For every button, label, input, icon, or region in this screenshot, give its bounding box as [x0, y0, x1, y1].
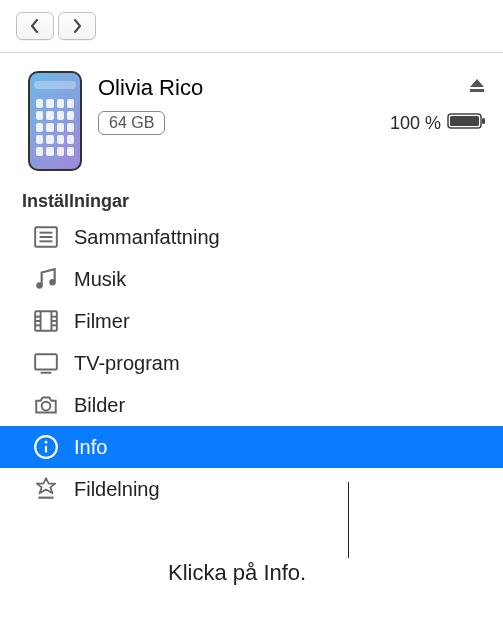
section-title: Inställningar [0, 185, 503, 216]
callout-text: Klicka på Info. [168, 560, 306, 586]
sidebar-item-label: Sammanfattning [74, 222, 220, 252]
music-icon [32, 265, 60, 293]
chevron-left-icon [29, 19, 41, 33]
capacity-badge: 64 GB [98, 111, 165, 135]
device-header: Olivia Rico 64 GB 100 % [0, 61, 503, 185]
svg-rect-3 [482, 118, 485, 124]
svg-point-8 [36, 282, 43, 289]
callout-line [348, 482, 349, 558]
eject-button[interactable] [467, 76, 487, 100]
svg-point-9 [49, 279, 56, 286]
sidebar-item-label: Info [74, 432, 107, 462]
sidebar-item-label: Filmer [74, 306, 130, 336]
sidebar-item-label: Fildelning [74, 474, 160, 504]
sidebar-item-movies[interactable]: Filmer [0, 300, 503, 342]
sidebar-item-music[interactable]: Musik [0, 258, 503, 300]
battery-percent: 100 % [390, 113, 441, 134]
sidebar-item-photos[interactable]: Bilder [0, 384, 503, 426]
sidebar-item-info[interactable]: Info [0, 426, 503, 468]
svg-rect-2 [450, 116, 479, 126]
summary-icon [32, 223, 60, 251]
svg-rect-19 [35, 354, 57, 369]
sidebar-item-tvshows[interactable]: TV-program [0, 342, 503, 384]
battery-icon [447, 111, 487, 135]
svg-rect-0 [470, 89, 484, 92]
apps-icon [32, 475, 60, 503]
sidebar-item-label: Bilder [74, 390, 125, 420]
sidebar-item-summary[interactable]: Sammanfattning [0, 216, 503, 258]
chevron-right-icon [71, 19, 83, 33]
forward-button[interactable] [58, 12, 96, 40]
camera-icon [32, 391, 60, 419]
sidebar-item-label: TV-program [74, 348, 180, 378]
nav-toolbar [0, 0, 503, 52]
sidebar-item-label: Musik [74, 264, 126, 294]
back-button[interactable] [16, 12, 54, 40]
device-name: Olivia Rico [98, 75, 203, 101]
sidebar-item-filesharing[interactable]: Fildelning [0, 468, 503, 510]
tv-icon [32, 349, 60, 377]
svg-point-24 [45, 441, 48, 444]
battery-status: 100 % [390, 111, 487, 135]
sidebar: Sammanfattning Musik Filmer TV-program B [0, 216, 503, 510]
svg-point-21 [42, 402, 51, 411]
divider [0, 52, 503, 53]
film-icon [32, 307, 60, 335]
device-thumbnail [28, 71, 82, 171]
info-icon [32, 433, 60, 461]
